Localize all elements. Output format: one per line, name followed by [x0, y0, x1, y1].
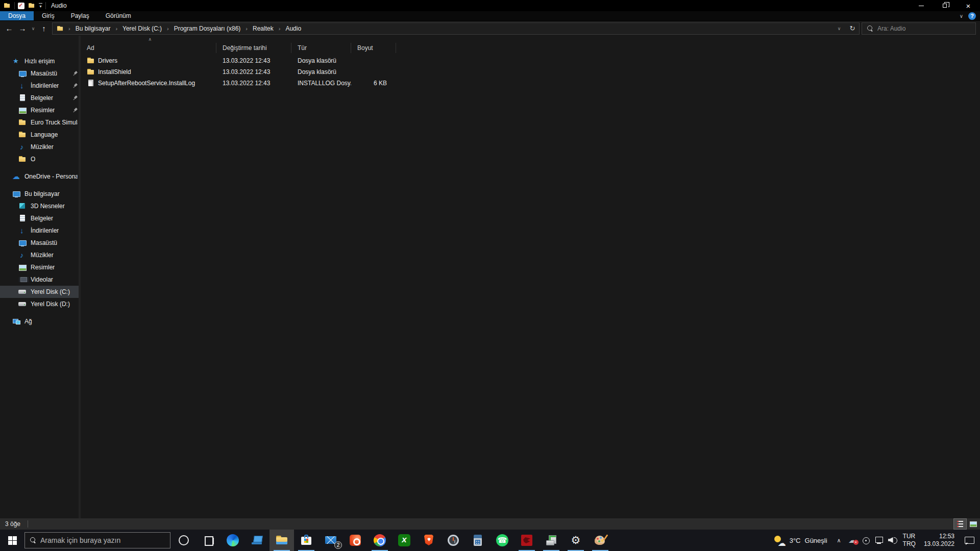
taskbar-xbox-button[interactable] [392, 530, 416, 551]
sidebar-item-this-pc[interactable]: Bu bilgisayar [0, 188, 81, 200]
pin-icon [71, 82, 79, 89]
sidebar-item-3d-objects[interactable]: 3D Nesneler [0, 200, 81, 212]
sidebar-item-music[interactable]: Müzikler [0, 249, 81, 261]
sidebar-item-onedrive[interactable]: OneDrive - Personal [0, 170, 81, 183]
column-header-modified[interactable]: Değiştirme tarihi [216, 43, 291, 53]
taskbar-chrome-button[interactable] [368, 530, 392, 551]
chevron-down-icon: ∨ [32, 26, 35, 31]
up-button[interactable]: ↑ [38, 22, 50, 35]
taskbar-settings-button[interactable] [564, 530, 588, 551]
taskbar-file-explorer-button[interactable] [270, 530, 294, 551]
column-header-name[interactable]: ∧ Ad [81, 43, 216, 53]
sidebar-item-desktop-pinned[interactable]: Masaüstü [0, 67, 81, 80]
file-list-pane: ∧ Ad Değiştirme tarihi Tür Boyut Drive [81, 36, 980, 518]
help-button[interactable]: ? [968, 12, 976, 20]
expand-ribbon-chevron-icon[interactable]: ∨ [960, 13, 963, 19]
address-dropdown-button[interactable]: ∨ [832, 23, 846, 34]
restore-button[interactable] [933, 0, 957, 11]
close-button[interactable]: × [957, 0, 980, 11]
taskbar-brave-button[interactable] [416, 530, 441, 551]
start-button[interactable] [0, 530, 24, 551]
tab-share[interactable]: Paylaş [63, 11, 97, 20]
sidebar-item-documents-pinned[interactable]: Belgeler [0, 92, 81, 104]
sidebar-item-downloads[interactable]: İndirilenler [0, 224, 81, 237]
taskbar-whatsapp-button[interactable] [490, 530, 514, 551]
file-row-drivers[interactable]: Drivers 13.03.2022 12:43 Dosya klasörü [81, 55, 980, 66]
sidebar-item-quick-access[interactable]: Hızlı erişim [0, 55, 81, 67]
explorer-search-box[interactable] [862, 22, 976, 35]
tab-file[interactable]: Dosya [0, 11, 34, 20]
settings-gear-icon [569, 534, 582, 547]
taskbar-mail-button[interactable]: 2 [318, 530, 343, 551]
details-view-button[interactable] [953, 518, 967, 530]
volume-tray-button[interactable] [886, 530, 899, 551]
taskbar-task-view-button[interactable] [196, 530, 220, 551]
tab-home[interactable]: Giriş [34, 11, 63, 20]
breadcrumb-item-audio[interactable]: Audio [281, 23, 305, 34]
properties-button-icon[interactable] [18, 3, 24, 9]
minimize-button[interactable] [910, 0, 933, 11]
desktop-icon [18, 239, 27, 247]
documents-icon [18, 94, 27, 102]
large-icons-view-button[interactable] [967, 518, 980, 530]
file-row-setupafterrebootservice[interactable]: SetupAfterRebootService.InstallLog 13.03… [81, 78, 980, 89]
breadcrumb-item-realtek[interactable]: Realtek [249, 23, 278, 34]
forward-button[interactable]: → [16, 22, 29, 35]
breadcrumb-item-local-disk-c[interactable]: Yerel Disk (C:) [118, 23, 166, 34]
sidebar-item-videos[interactable]: Videolar [0, 273, 81, 286]
taskbar-device-manager-button[interactable] [539, 530, 564, 551]
breadcrumb[interactable]: › Bu bilgisayar › Yerel Disk (C:) › Prog… [52, 22, 860, 35]
language-indicator[interactable]: TUR TRQ [899, 533, 920, 548]
column-header-type[interactable]: Tür [291, 43, 351, 53]
sidebar-item-desktop[interactable]: Masaüstü [0, 237, 81, 249]
taskbar-weather-widget[interactable]: 3°C Güneşli [768, 534, 832, 546]
quick-access-toolbar: ▾ [0, 2, 46, 10]
refresh-button[interactable]: ↻ [846, 23, 859, 34]
taskbar-calculator-button[interactable] [465, 530, 490, 551]
tab-view[interactable]: Görünüm [97, 11, 139, 20]
customize-qat-chevron-icon[interactable]: ▾ [39, 3, 42, 9]
taskbar-store-button[interactable] [294, 530, 318, 551]
taskbar-paint-button[interactable] [588, 530, 612, 551]
taskbar-office-button[interactable] [343, 530, 368, 551]
taskbar-alarms-button[interactable] [441, 530, 465, 551]
taskbar-laptop-app-button[interactable] [245, 530, 270, 551]
action-center-button[interactable] [960, 530, 980, 551]
sidebar-item-pictures[interactable]: Resimler [0, 261, 81, 273]
taskbar-edge-button[interactable] [220, 530, 245, 551]
taskbar-msi-dragon-button[interactable] [514, 530, 539, 551]
onedrive-tray-button[interactable]: ☁ × [846, 530, 859, 551]
breadcrumb-item-this-pc[interactable]: Bu bilgisayar [71, 23, 115, 34]
meet-now-button[interactable] [859, 530, 872, 551]
close-icon: × [966, 2, 971, 10]
sidebar-item-downloads-pinned[interactable]: İndirilenler [0, 80, 81, 92]
folder-icon [18, 131, 27, 139]
sidebar-item-network[interactable]: Ağ [0, 315, 81, 328]
sidebar-item-language[interactable]: Language [0, 129, 81, 141]
sidebar-item-o-folder[interactable]: O [0, 153, 81, 165]
column-header-size[interactable]: Boyut [351, 43, 396, 53]
network-tray-button[interactable] [872, 530, 886, 551]
show-hidden-icons-button[interactable]: ∧ [832, 530, 846, 551]
taskbar-search-input[interactable] [40, 536, 170, 544]
new-folder-button-icon[interactable] [28, 2, 35, 9]
explorer-search-input[interactable] [877, 25, 975, 32]
msi-dragon-center-icon [520, 534, 533, 547]
sidebar-item-documents[interactable]: Belgeler [0, 212, 81, 224]
clock[interactable]: 12:53 13.03.2022 [920, 533, 960, 548]
sidebar-item-pictures-pinned[interactable]: Resimler [0, 104, 81, 116]
sidebar-item-local-disk-d[interactable]: Yerel Disk (D:) [0, 298, 81, 310]
taskbar-search-box[interactable] [24, 532, 170, 548]
minimize-icon [919, 6, 924, 6]
sidebar-item-euro-truck-simulator[interactable]: Euro Truck Simulato [0, 116, 81, 129]
file-row-installshield[interactable]: InstallShield 13.03.2022 12:43 Dosya kla… [81, 66, 980, 78]
folder-icon [87, 57, 95, 65]
back-button[interactable]: ← [3, 22, 15, 35]
windows-logo-icon [8, 536, 17, 545]
sidebar-item-music-qa[interactable]: Müzikler [0, 141, 81, 153]
breadcrumb-item-program-files-x86[interactable]: Program Dosyaları (x86) [170, 23, 245, 34]
sidebar-item-local-disk-c[interactable]: Yerel Disk (C:) [0, 286, 81, 298]
taskbar-cortana-button[interactable] [172, 530, 196, 551]
recent-locations-button[interactable]: ∨ [30, 22, 37, 35]
system-tray: 3°C Güneşli ∧ ☁ × TUR TRQ 12:53 13.03.20… [768, 530, 980, 551]
